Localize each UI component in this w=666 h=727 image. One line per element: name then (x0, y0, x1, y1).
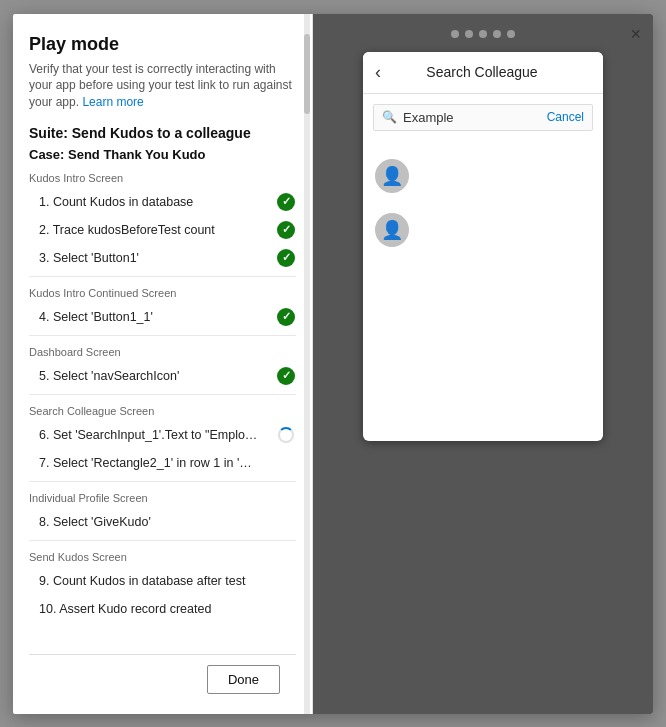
scroll-thumb (304, 34, 310, 114)
screen-label-2: Dashboard Screen (29, 346, 296, 358)
step-10-icon (276, 599, 296, 619)
phone-header: ‹ Search Colleague (363, 52, 603, 94)
page-title: Play mode (29, 34, 296, 55)
search-input-value: Example (403, 110, 541, 125)
step-2-icon (276, 220, 296, 240)
step-7-icon (276, 453, 296, 473)
step-9-icon (276, 571, 296, 591)
avatar-1: 👤 (375, 159, 409, 193)
left-panel: Play mode Verify that your test is corre… (13, 14, 313, 714)
spinner-icon (278, 427, 294, 443)
step-3-icon (276, 248, 296, 268)
close-button[interactable]: × (630, 24, 641, 45)
case-title: Case: Send Thank You Kudo (29, 147, 296, 162)
learn-more-link[interactable]: Learn more (82, 95, 143, 109)
dot-5 (507, 30, 515, 38)
step-4: 4. Select 'Button1_1' (29, 303, 296, 331)
check-icon (277, 367, 295, 385)
search-bar[interactable]: 🔍 Example Cancel (373, 104, 593, 131)
avatar-2: 👤 (375, 213, 409, 247)
phone-body: 👤 👤 (363, 141, 603, 441)
modal-overlay: × Play mode Verify that your test is cor… (0, 0, 666, 727)
step-4-icon (276, 307, 296, 327)
contact-item-1[interactable]: 👤 (363, 149, 603, 203)
check-icon (277, 308, 295, 326)
step-6-icon (276, 425, 296, 445)
step-5: 5. Select 'navSearchIcon' (29, 362, 296, 390)
dot-4 (493, 30, 501, 38)
check-icon (277, 249, 295, 267)
description-text: Verify that your test is correctly inter… (29, 61, 296, 111)
dot-3 (479, 30, 487, 38)
screen-label-4: Individual Profile Screen (29, 492, 296, 504)
contact-list: 👤 👤 (363, 141, 603, 265)
screen-label-0: Kudos Intro Screen (29, 172, 296, 184)
done-button[interactable]: Done (207, 665, 280, 694)
right-panel: ‹ Search Colleague 🔍 Example Cancel 👤 (313, 14, 653, 714)
cancel-search-button[interactable]: Cancel (547, 110, 584, 124)
step-1-icon (276, 192, 296, 212)
step-2: 2. Trace kudosBeforeTest count (29, 216, 296, 244)
check-icon (277, 221, 295, 239)
step-1: 1. Count Kudos in database (29, 188, 296, 216)
modal: × Play mode Verify that your test is cor… (13, 14, 653, 714)
back-button[interactable]: ‹ (375, 62, 381, 83)
dots-row (451, 30, 515, 38)
step-9: 9. Count Kudos in database after test (29, 567, 296, 595)
contact-item-2[interactable]: 👤 (363, 203, 603, 257)
step-8-icon (276, 512, 296, 532)
step-6: 6. Set 'SearchInput_1'.Text to "Emplo… (29, 421, 296, 449)
done-area: Done (29, 654, 296, 704)
suite-title: Suite: Send Kudos to a colleague (29, 125, 296, 141)
step-10: 10. Assert Kudo record created (29, 595, 296, 623)
phone-frame: ‹ Search Colleague 🔍 Example Cancel 👤 (363, 52, 603, 441)
screen-label-3: Search Colleague Screen (29, 405, 296, 417)
search-icon: 🔍 (382, 110, 397, 124)
phone-screen-title: Search Colleague (389, 64, 575, 80)
step-5-icon (276, 366, 296, 386)
check-icon (277, 193, 295, 211)
person-icon-2: 👤 (381, 219, 403, 241)
dot-1 (451, 30, 459, 38)
screen-label-1: Kudos Intro Continued Screen (29, 287, 296, 299)
scrollbar[interactable] (304, 14, 310, 714)
step-3: 3. Select 'Button1' (29, 244, 296, 272)
screen-label-5: Send Kudos Screen (29, 551, 296, 563)
dot-2 (465, 30, 473, 38)
person-icon-1: 👤 (381, 165, 403, 187)
step-8: 8. Select 'GiveKudo' (29, 508, 296, 536)
step-7: 7. Select 'Rectangle2_1' in row 1 in '… (29, 449, 296, 477)
